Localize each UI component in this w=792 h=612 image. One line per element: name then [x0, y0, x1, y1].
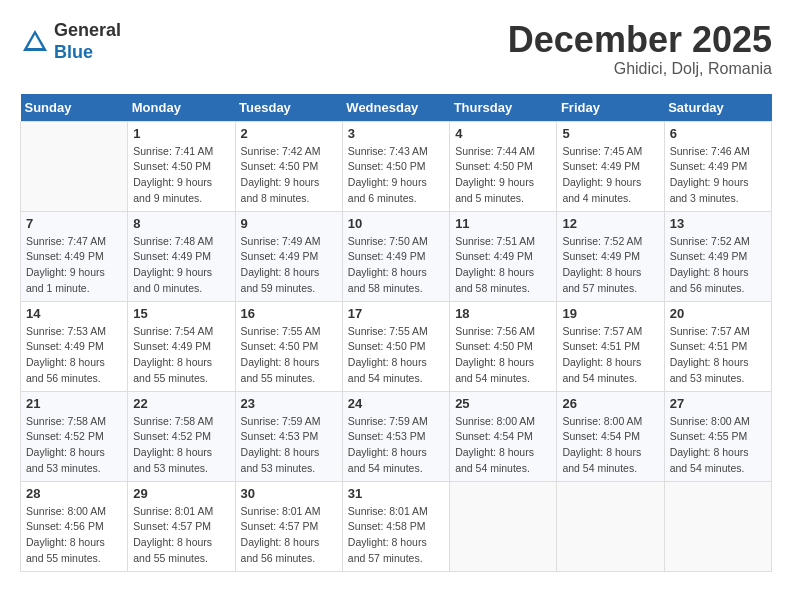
weekday-header-cell: Thursday [450, 94, 557, 122]
day-number: 6 [670, 126, 766, 141]
weekday-header-cell: Wednesday [342, 94, 449, 122]
calendar-day-cell [450, 481, 557, 571]
page-header: General Blue December 2025 Ghidici, Dolj… [20, 20, 772, 78]
calendar-day-cell: 23Sunrise: 7:59 AMSunset: 4:53 PMDayligh… [235, 391, 342, 481]
day-info: Sunrise: 8:00 AMSunset: 4:56 PMDaylight:… [26, 504, 122, 567]
day-info: Sunrise: 8:00 AMSunset: 4:54 PMDaylight:… [562, 414, 658, 477]
calendar-day-cell: 31Sunrise: 8:01 AMSunset: 4:58 PMDayligh… [342, 481, 449, 571]
calendar-week-row: 1Sunrise: 7:41 AMSunset: 4:50 PMDaylight… [21, 121, 772, 211]
month-title: December 2025 [508, 20, 772, 60]
day-info: Sunrise: 7:59 AMSunset: 4:53 PMDaylight:… [348, 414, 444, 477]
calendar-day-cell: 16Sunrise: 7:55 AMSunset: 4:50 PMDayligh… [235, 301, 342, 391]
day-info: Sunrise: 8:01 AMSunset: 4:57 PMDaylight:… [241, 504, 337, 567]
day-info: Sunrise: 7:56 AMSunset: 4:50 PMDaylight:… [455, 324, 551, 387]
location-subtitle: Ghidici, Dolj, Romania [508, 60, 772, 78]
weekday-header-cell: Sunday [21, 94, 128, 122]
day-number: 26 [562, 396, 658, 411]
calendar-table: SundayMondayTuesdayWednesdayThursdayFrid… [20, 94, 772, 572]
weekday-header-cell: Saturday [664, 94, 771, 122]
calendar-day-cell: 6Sunrise: 7:46 AMSunset: 4:49 PMDaylight… [664, 121, 771, 211]
calendar-day-cell [557, 481, 664, 571]
day-number: 12 [562, 216, 658, 231]
calendar-day-cell: 25Sunrise: 8:00 AMSunset: 4:54 PMDayligh… [450, 391, 557, 481]
weekday-header-cell: Monday [128, 94, 235, 122]
day-info: Sunrise: 7:44 AMSunset: 4:50 PMDaylight:… [455, 144, 551, 207]
day-info: Sunrise: 7:55 AMSunset: 4:50 PMDaylight:… [348, 324, 444, 387]
day-info: Sunrise: 7:51 AMSunset: 4:49 PMDaylight:… [455, 234, 551, 297]
calendar-day-cell [664, 481, 771, 571]
calendar-day-cell: 10Sunrise: 7:50 AMSunset: 4:49 PMDayligh… [342, 211, 449, 301]
logo: General Blue [20, 20, 121, 63]
day-info: Sunrise: 7:50 AMSunset: 4:49 PMDaylight:… [348, 234, 444, 297]
calendar-day-cell: 2Sunrise: 7:42 AMSunset: 4:50 PMDaylight… [235, 121, 342, 211]
day-info: Sunrise: 7:42 AMSunset: 4:50 PMDaylight:… [241, 144, 337, 207]
calendar-day-cell: 28Sunrise: 8:00 AMSunset: 4:56 PMDayligh… [21, 481, 128, 571]
day-info: Sunrise: 7:52 AMSunset: 4:49 PMDaylight:… [562, 234, 658, 297]
calendar-week-row: 14Sunrise: 7:53 AMSunset: 4:49 PMDayligh… [21, 301, 772, 391]
day-number: 22 [133, 396, 229, 411]
calendar-week-row: 7Sunrise: 7:47 AMSunset: 4:49 PMDaylight… [21, 211, 772, 301]
day-number: 31 [348, 486, 444, 501]
day-info: Sunrise: 7:58 AMSunset: 4:52 PMDaylight:… [26, 414, 122, 477]
calendar-day-cell: 26Sunrise: 8:00 AMSunset: 4:54 PMDayligh… [557, 391, 664, 481]
logo-blue-text: Blue [54, 42, 93, 62]
day-number: 21 [26, 396, 122, 411]
day-number: 2 [241, 126, 337, 141]
day-number: 25 [455, 396, 551, 411]
day-number: 27 [670, 396, 766, 411]
day-number: 30 [241, 486, 337, 501]
weekday-header-row: SundayMondayTuesdayWednesdayThursdayFrid… [21, 94, 772, 122]
calendar-day-cell: 14Sunrise: 7:53 AMSunset: 4:49 PMDayligh… [21, 301, 128, 391]
day-number: 19 [562, 306, 658, 321]
logo-general-text: General [54, 20, 121, 40]
day-info: Sunrise: 7:58 AMSunset: 4:52 PMDaylight:… [133, 414, 229, 477]
day-number: 14 [26, 306, 122, 321]
day-number: 8 [133, 216, 229, 231]
calendar-day-cell [21, 121, 128, 211]
calendar-day-cell: 1Sunrise: 7:41 AMSunset: 4:50 PMDaylight… [128, 121, 235, 211]
day-number: 11 [455, 216, 551, 231]
day-number: 23 [241, 396, 337, 411]
day-number: 13 [670, 216, 766, 231]
calendar-week-row: 28Sunrise: 8:00 AMSunset: 4:56 PMDayligh… [21, 481, 772, 571]
day-info: Sunrise: 7:41 AMSunset: 4:50 PMDaylight:… [133, 144, 229, 207]
day-info: Sunrise: 7:57 AMSunset: 4:51 PMDaylight:… [562, 324, 658, 387]
day-number: 3 [348, 126, 444, 141]
weekday-header-cell: Tuesday [235, 94, 342, 122]
day-number: 9 [241, 216, 337, 231]
calendar-day-cell: 12Sunrise: 7:52 AMSunset: 4:49 PMDayligh… [557, 211, 664, 301]
day-info: Sunrise: 8:01 AMSunset: 4:58 PMDaylight:… [348, 504, 444, 567]
day-info: Sunrise: 7:57 AMSunset: 4:51 PMDaylight:… [670, 324, 766, 387]
day-info: Sunrise: 7:45 AMSunset: 4:49 PMDaylight:… [562, 144, 658, 207]
day-number: 5 [562, 126, 658, 141]
calendar-day-cell: 3Sunrise: 7:43 AMSunset: 4:50 PMDaylight… [342, 121, 449, 211]
day-info: Sunrise: 7:59 AMSunset: 4:53 PMDaylight:… [241, 414, 337, 477]
calendar-day-cell: 19Sunrise: 7:57 AMSunset: 4:51 PMDayligh… [557, 301, 664, 391]
day-number: 15 [133, 306, 229, 321]
logo-icon [20, 27, 50, 57]
day-info: Sunrise: 7:46 AMSunset: 4:49 PMDaylight:… [670, 144, 766, 207]
calendar-day-cell: 11Sunrise: 7:51 AMSunset: 4:49 PMDayligh… [450, 211, 557, 301]
day-number: 29 [133, 486, 229, 501]
day-info: Sunrise: 7:47 AMSunset: 4:49 PMDaylight:… [26, 234, 122, 297]
calendar-day-cell: 21Sunrise: 7:58 AMSunset: 4:52 PMDayligh… [21, 391, 128, 481]
calendar-day-cell: 24Sunrise: 7:59 AMSunset: 4:53 PMDayligh… [342, 391, 449, 481]
day-info: Sunrise: 8:00 AMSunset: 4:54 PMDaylight:… [455, 414, 551, 477]
calendar-week-row: 21Sunrise: 7:58 AMSunset: 4:52 PMDayligh… [21, 391, 772, 481]
calendar-day-cell: 30Sunrise: 8:01 AMSunset: 4:57 PMDayligh… [235, 481, 342, 571]
title-block: December 2025 Ghidici, Dolj, Romania [508, 20, 772, 78]
day-number: 10 [348, 216, 444, 231]
calendar-day-cell: 15Sunrise: 7:54 AMSunset: 4:49 PMDayligh… [128, 301, 235, 391]
day-number: 17 [348, 306, 444, 321]
weekday-header-cell: Friday [557, 94, 664, 122]
day-number: 24 [348, 396, 444, 411]
day-info: Sunrise: 7:54 AMSunset: 4:49 PMDaylight:… [133, 324, 229, 387]
day-info: Sunrise: 8:01 AMSunset: 4:57 PMDaylight:… [133, 504, 229, 567]
day-info: Sunrise: 7:43 AMSunset: 4:50 PMDaylight:… [348, 144, 444, 207]
day-info: Sunrise: 7:48 AMSunset: 4:49 PMDaylight:… [133, 234, 229, 297]
calendar-day-cell: 27Sunrise: 8:00 AMSunset: 4:55 PMDayligh… [664, 391, 771, 481]
day-number: 28 [26, 486, 122, 501]
calendar-day-cell: 22Sunrise: 7:58 AMSunset: 4:52 PMDayligh… [128, 391, 235, 481]
day-info: Sunrise: 8:00 AMSunset: 4:55 PMDaylight:… [670, 414, 766, 477]
day-info: Sunrise: 7:49 AMSunset: 4:49 PMDaylight:… [241, 234, 337, 297]
